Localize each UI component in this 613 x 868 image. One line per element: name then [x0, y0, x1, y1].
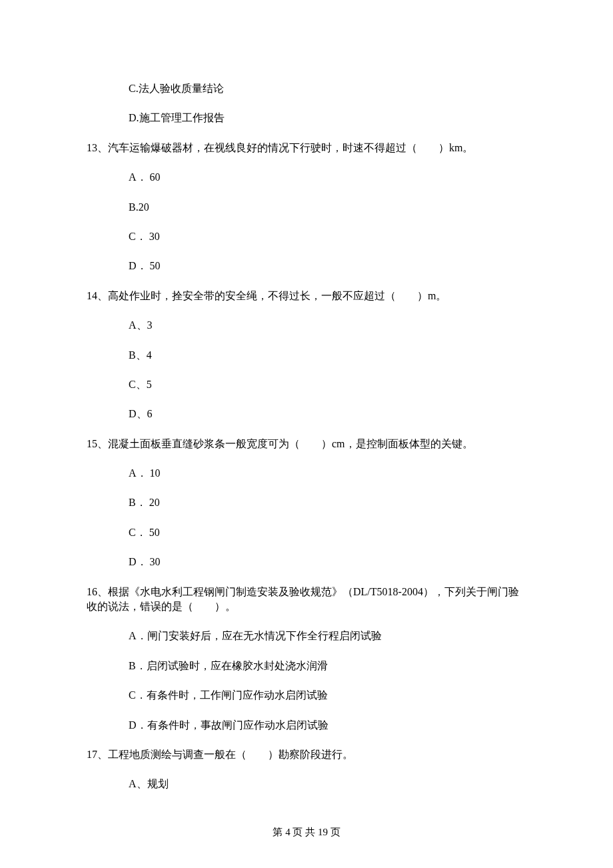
q15-option-b: B． 20: [129, 495, 526, 510]
q12-option-c: C.法人验收质量结论: [129, 81, 526, 96]
q15-option-a: A． 10: [129, 466, 526, 481]
q16-option-c: C．有条件时，工作闸门应作动水启闭试验: [129, 688, 526, 703]
page-footer: 第 4 页 共 19 页: [0, 825, 613, 839]
q15-stem: 15、混凝土面板垂直缝砂浆条一般宽度可为（ ）cm，是控制面板体型的关键。: [87, 437, 526, 451]
q13-stem: 13、汽车运输爆破器材，在视线良好的情况下行驶时，时速不得超过（ ）km。: [87, 141, 526, 155]
q12-option-d: D.施工管理工作报告: [129, 111, 526, 125]
q15-option-c: C． 50: [129, 525, 526, 540]
question-13: 13、汽车运输爆破器材，在视线良好的情况下行驶时，时速不得超过（ ）km。: [87, 141, 526, 155]
q14-option-a: A、3: [129, 318, 526, 333]
q16-stem: 16、根据《水电水利工程钢闸门制造安装及验收规范》（DL/T5018-2004）…: [87, 585, 526, 615]
q14-stem: 14、高处作业时，拴安全带的安全绳，不得过长，一般不应超过（ ）m。: [87, 289, 526, 303]
q14-option-d: D、6: [129, 407, 526, 421]
q14-option-c: C、5: [129, 377, 526, 392]
q13-option-a: A． 60: [129, 170, 526, 185]
q13-option-d: D． 50: [129, 259, 526, 273]
question-16: 16、根据《水电水利工程钢闸门制造安装及验收规范》（DL/T5018-2004）…: [87, 585, 526, 615]
document-page: C.法人验收质量结论 D.施工管理工作报告 13、汽车运输爆破器材，在视线良好的…: [0, 0, 613, 868]
q14-option-b: B、4: [129, 348, 526, 363]
q17-stem: 17、工程地质测绘与调查一般在（ ）勘察阶段进行。: [87, 747, 526, 762]
question-15: 15、混凝土面板垂直缝砂浆条一般宽度可为（ ）cm，是控制面板体型的关键。: [87, 437, 526, 451]
q13-option-b: B.20: [129, 200, 526, 215]
q15-option-d: D． 30: [129, 555, 526, 569]
q16-option-b: B．启闭试验时，应在橡胶水封处浇水润滑: [129, 659, 526, 673]
q17-option-a: A、规划: [129, 777, 526, 791]
q16-option-a: A．闸门安装好后，应在无水情况下作全行程启闭试验: [129, 629, 526, 643]
q16-option-d: D．有条件时，事故闸门应作动水启闭试验: [129, 718, 526, 733]
question-17: 17、工程地质测绘与调查一般在（ ）勘察阶段进行。: [87, 747, 526, 762]
question-14: 14、高处作业时，拴安全带的安全绳，不得过长，一般不应超过（ ）m。: [87, 289, 526, 303]
q13-option-c: C． 30: [129, 229, 526, 244]
